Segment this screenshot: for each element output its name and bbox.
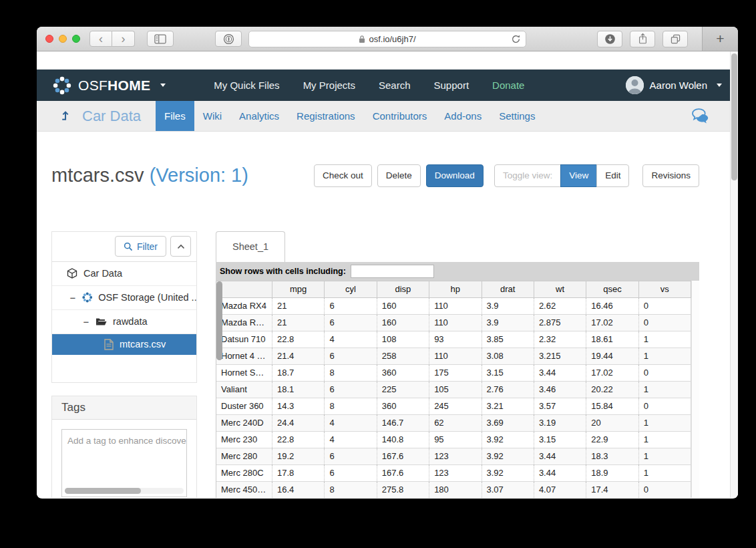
data-cell[interactable]: 0 (638, 314, 691, 331)
cells-filter-input[interactable] (351, 265, 434, 278)
data-cell[interactable]: 21 (272, 314, 325, 331)
data-cell[interactable]: 3.85 (482, 331, 534, 348)
data-cell[interactable]: 3.15 (534, 431, 586, 448)
check-out-button[interactable]: Check out (314, 164, 372, 187)
data-cell[interactable]: 18.3 (586, 448, 638, 464)
user-menu[interactable]: Aaron Wolen (626, 76, 722, 94)
data-cell[interactable]: 4 (325, 331, 377, 348)
tree-item-project[interactable]: Car Data (52, 262, 196, 286)
row-label-cell[interactable]: Merc 240D (216, 414, 272, 431)
sheet-tab[interactable]: Sheet_1 (216, 231, 285, 262)
data-cell[interactable]: 3.21 (482, 398, 534, 414)
downloads-button[interactable] (597, 31, 622, 47)
data-cell[interactable]: 8 (325, 364, 377, 381)
data-cell[interactable]: 3.69 (482, 414, 534, 431)
tab-settings[interactable]: Settings (490, 101, 544, 131)
row-label-cell[interactable]: Mazda RX4… (216, 314, 272, 331)
data-cell[interactable]: 22.8 (272, 331, 325, 348)
view-button[interactable]: View (560, 164, 597, 187)
data-cell[interactable]: 0 (638, 481, 691, 498)
data-cell[interactable]: 1 (638, 431, 691, 448)
nav-search[interactable]: Search (379, 80, 411, 91)
data-cell[interactable]: 167.6 (377, 464, 429, 481)
data-cell[interactable]: 3.07 (482, 481, 534, 498)
tab-contributors[interactable]: Contributors (364, 101, 436, 131)
data-cell[interactable]: 167.6 (377, 448, 429, 464)
tab-overview-button[interactable] (663, 31, 688, 47)
row-label-cell[interactable]: Mazda RX4 (216, 297, 272, 314)
close-window-button[interactable] (45, 35, 53, 43)
sidebar-toggle-button[interactable] (147, 31, 174, 47)
data-cell[interactable]: 6 (325, 297, 377, 314)
vertical-scrollbar[interactable] (691, 281, 699, 498)
data-cell[interactable]: 3.15 (482, 364, 534, 381)
data-cell[interactable]: 146.7 (377, 414, 429, 431)
data-cell[interactable]: 258 (377, 348, 429, 364)
data-cell[interactable]: 4 (325, 431, 377, 448)
data-cell[interactable]: 3.46 (534, 381, 586, 398)
data-cell[interactable]: 2.875 (534, 314, 586, 331)
data-cell[interactable]: 110 (429, 297, 482, 314)
data-cell[interactable]: 95 (429, 431, 482, 448)
scrollbar-thumb[interactable] (216, 281, 222, 360)
data-cell[interactable]: 17.4 (586, 481, 638, 498)
extension-button[interactable] (215, 31, 242, 47)
download-button[interactable]: Download (426, 164, 484, 187)
data-cell[interactable]: 2.62 (534, 297, 586, 314)
collapse-toggle[interactable]: − (69, 292, 76, 303)
data-cell[interactable]: 1 (638, 381, 691, 398)
data-cell[interactable]: 3.44 (534, 364, 586, 381)
data-cell[interactable]: 3.9 (482, 314, 534, 331)
row-label-cell[interactable]: Duster 360 (216, 398, 272, 414)
horizontal-scrollbar[interactable] (65, 488, 184, 494)
data-cell[interactable]: 3.08 (482, 348, 534, 364)
data-cell[interactable]: 17.02 (586, 364, 638, 381)
data-cell[interactable]: 22.9 (586, 431, 638, 448)
tab-analytics[interactable]: Analytics (230, 101, 288, 131)
data-cell[interactable]: 1 (638, 414, 691, 431)
tree-item-rawdata[interactable]: − rawdata (52, 310, 196, 334)
data-cell[interactable]: 1 (638, 464, 691, 481)
row-label-cell[interactable]: Merc 280C (216, 464, 272, 481)
data-cell[interactable]: 19.44 (586, 348, 638, 364)
revisions-button[interactable]: Revisions (642, 164, 699, 187)
minimize-window-button[interactable] (59, 35, 67, 43)
data-cell[interactable]: 93 (429, 331, 482, 348)
new-tab-button[interactable]: + (702, 27, 738, 51)
data-cell[interactable]: 18.9 (586, 464, 638, 481)
nav-support[interactable]: Support (434, 80, 469, 91)
tag-input[interactable]: Add a tag to enhance discoverability (61, 429, 187, 497)
data-cell[interactable]: 175 (429, 364, 482, 381)
row-label-cell[interactable]: Datsun 710 (216, 331, 272, 348)
project-title-link[interactable]: Car Data (82, 108, 141, 125)
row-label-cell[interactable]: Valiant (216, 381, 272, 398)
row-label-cell[interactable]: Merc 230 (216, 431, 272, 448)
back-button[interactable]: ‹ (89, 31, 112, 47)
data-cell[interactable]: 1 (638, 448, 691, 464)
comments-toggle[interactable] (692, 108, 710, 124)
row-label-cell[interactable]: Hornet Spo… (216, 364, 272, 381)
level-up-icon[interactable] (59, 110, 71, 122)
tab-addons[interactable]: Add-ons (435, 101, 490, 131)
data-cell[interactable]: 360 (377, 398, 429, 414)
filter-button[interactable]: Filter (115, 236, 166, 257)
forward-button[interactable]: › (112, 31, 135, 47)
data-cell[interactable]: 16.46 (586, 297, 638, 314)
data-cell[interactable]: 123 (429, 448, 482, 464)
page-scrollbar[interactable] (730, 51, 738, 498)
data-cell[interactable]: 8 (325, 481, 377, 498)
data-cell[interactable]: 22.8 (272, 431, 325, 448)
data-cell[interactable]: 360 (377, 364, 429, 381)
data-cell[interactable]: 275.8 (377, 481, 429, 498)
data-cell[interactable]: 1 (638, 348, 691, 364)
data-cell[interactable]: 6 (325, 381, 377, 398)
data-cell[interactable]: 245 (429, 398, 482, 414)
data-cell[interactable]: 20.22 (586, 381, 638, 398)
data-cell[interactable]: 15.84 (586, 398, 638, 414)
data-cell[interactable]: 21 (272, 297, 325, 314)
data-cell[interactable]: 105 (429, 381, 482, 398)
data-cell[interactable]: 8 (325, 398, 377, 414)
tree-item-osf-storage[interactable]: − OSF Storage (United ... (52, 286, 196, 310)
data-cell[interactable]: 3.57 (534, 398, 586, 414)
collapse-panel-button[interactable] (170, 236, 191, 257)
